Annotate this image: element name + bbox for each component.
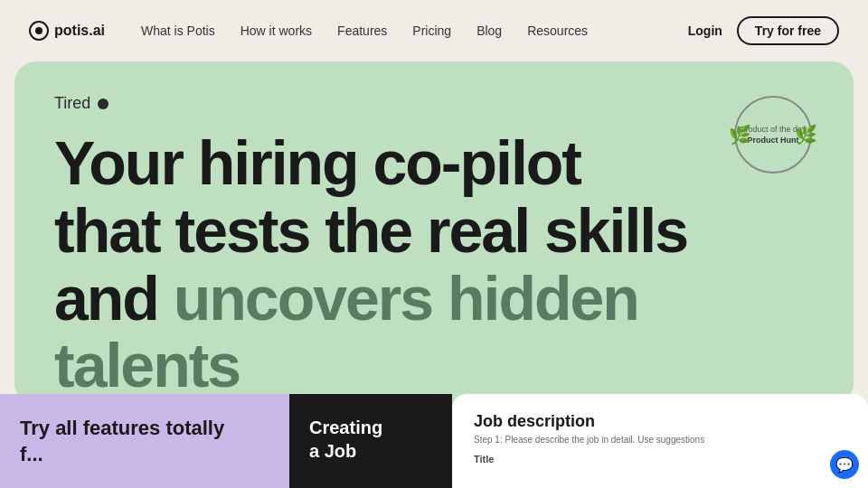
white-card-title: Job description [474,412,846,431]
white-card: Job description Step 1: Please describe … [452,394,868,488]
svg-point-1 [35,27,42,34]
tired-dot [98,99,108,109]
logo-icon [29,21,49,41]
hero-title-line1: Your hiring co-pilot [54,128,580,197]
bottom-strip: Try all features totally f... Creating a… [0,394,868,488]
tired-label: Tired [54,94,814,113]
hero-title: Your hiring co-pilot that tests the real… [54,129,814,399]
chat-bubble-button[interactable]: 💬 [830,450,859,479]
hero-title-line2: that tests the real skills [54,196,687,265]
laurel-left-icon: 🌿 [729,124,751,145]
navbar: potis.ai What is Potis How it works Feat… [0,0,868,61]
tired-text: Tired [54,94,90,113]
black-card-line1: Creating [309,418,382,437]
logo-text: potis.ai [54,23,105,39]
white-card-field-label: Title [474,454,846,465]
black-card-line2: a Job [309,441,356,461]
black-card[interactable]: Creating a Job [289,394,452,488]
nav-item-pricing[interactable]: Pricing [412,23,451,38]
hero-section: Tired Your hiring co-pilot that tests th… [14,61,854,405]
product-hunt-badge[interactable]: 🌿 Product of the day Product Hunt 🌿 [732,94,814,175]
try-for-free-button[interactable]: Try for free [737,16,839,45]
purple-card-title: Try all features totally f... [20,416,269,467]
nav-item-resources[interactable]: Resources [527,23,588,38]
black-card-title: Creating a Job [309,416,432,463]
hero-title-line3-normal: and [54,264,174,333]
purple-card[interactable]: Try all features totally f... [0,394,289,488]
nav-actions: Login Try for free [688,16,839,45]
badge-bottom-text: Product Hunt [748,136,799,145]
chat-icon: 💬 [835,456,854,474]
nav-item-how-it-works[interactable]: How it works [241,23,312,38]
white-card-subtitle: Step 1: Please describe the job in detai… [474,435,846,445]
nav-links: What is Potis How it works Features Pric… [141,23,688,38]
laurel-right-icon: 🌿 [795,124,817,145]
nav-item-blog[interactable]: Blog [476,23,502,38]
nav-item-features[interactable]: Features [337,23,387,38]
nav-item-what-is-potis[interactable]: What is Potis [141,23,215,38]
badge-circle: 🌿 Product of the day Product Hunt 🌿 [734,96,812,174]
login-button[interactable]: Login [688,23,722,38]
purple-card-line2: f... [20,443,43,465]
purple-card-line1: Try all features totally [20,417,224,439]
logo[interactable]: potis.ai [29,21,105,41]
